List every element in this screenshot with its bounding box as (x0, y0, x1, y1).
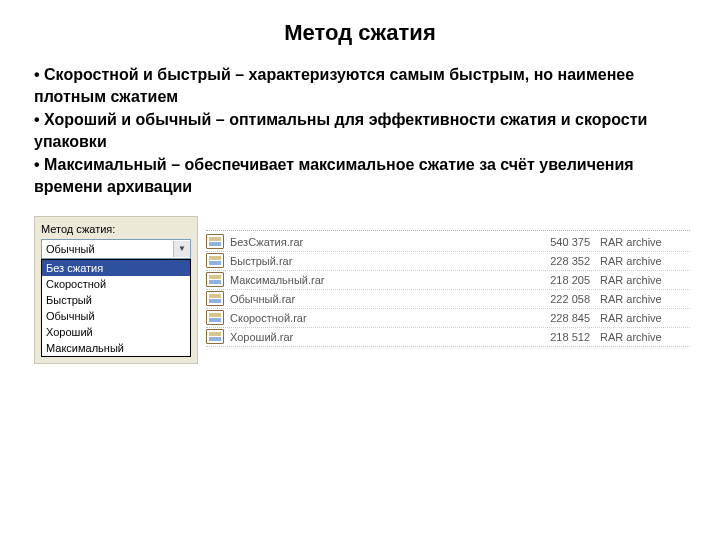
column-header-row (206, 216, 690, 231)
dropdown-option[interactable]: Максимальный (42, 340, 190, 356)
file-size: 218 205 (520, 274, 600, 286)
dropdown-list[interactable]: Без сжатия Скоростной Быстрый Обычный Хо… (41, 259, 191, 357)
file-name: Скоростной.rar (230, 312, 520, 324)
file-size: 228 352 (520, 255, 600, 267)
dropdown-option[interactable]: Хороший (42, 324, 190, 340)
archive-icon (206, 234, 224, 249)
file-size: 540 375 (520, 236, 600, 248)
file-name: Хороший.rar (230, 331, 520, 343)
bullet-item: • Максимальный – обеспечивает максимальн… (34, 154, 686, 197)
archive-icon (206, 253, 224, 268)
archive-icon (206, 291, 224, 306)
file-type: RAR archive (600, 255, 690, 267)
dropdown-label: Метод сжатия: (41, 223, 191, 235)
combobox-value: Обычный (46, 243, 95, 255)
archive-icon (206, 272, 224, 287)
dropdown-option[interactable]: Без сжатия (42, 260, 190, 276)
bullet-list: • Скоростной и быстрый – характеризуются… (30, 64, 690, 198)
bullet-item: • Хороший и обычный – оптимальны для эфф… (34, 109, 686, 152)
page-title: Метод сжатия (30, 20, 690, 46)
file-name: БезСжатия.rar (230, 236, 520, 248)
file-list-panel: БезСжатия.rar 540 375 RAR archive Быстры… (206, 216, 690, 347)
file-type: RAR archive (600, 331, 690, 343)
bullet-item: • Скоростной и быстрый – характеризуются… (34, 64, 686, 107)
screenshots-row: Метод сжатия: Обычный ▼ Без сжатия Скоро… (30, 216, 690, 364)
bullet-text: Скоростной и быстрый – характеризуются с… (34, 66, 634, 105)
file-type: RAR archive (600, 236, 690, 248)
dropdown-option[interactable]: Быстрый (42, 292, 190, 308)
compression-combobox[interactable]: Обычный ▼ (41, 239, 191, 259)
compression-dropdown-panel: Метод сжатия: Обычный ▼ Без сжатия Скоро… (34, 216, 198, 364)
dropdown-option[interactable]: Обычный (42, 308, 190, 324)
table-row[interactable]: Максимальный.rar 218 205 RAR archive (206, 271, 690, 290)
table-row[interactable]: Скоростной.rar 228 845 RAR archive (206, 309, 690, 328)
table-row[interactable]: Обычный.rar 222 058 RAR archive (206, 290, 690, 309)
table-row[interactable]: БезСжатия.rar 540 375 RAR archive (206, 233, 690, 252)
bullet-text: Хороший и обычный – оптимальны для эффек… (34, 111, 647, 150)
file-name: Быстрый.rar (230, 255, 520, 267)
file-name: Максимальный.rar (230, 274, 520, 286)
dropdown-option[interactable]: Скоростной (42, 276, 190, 292)
file-type: RAR archive (600, 274, 690, 286)
file-name: Обычный.rar (230, 293, 520, 305)
table-row[interactable]: Хороший.rar 218 512 RAR archive (206, 328, 690, 347)
file-size: 218 512 (520, 331, 600, 343)
archive-icon (206, 310, 224, 325)
archive-icon (206, 329, 224, 344)
file-type: RAR archive (600, 293, 690, 305)
chevron-down-icon[interactable]: ▼ (173, 241, 190, 257)
bullet-text: Максимальный – обеспечивает максимальное… (34, 156, 634, 195)
table-row[interactable]: Быстрый.rar 228 352 RAR archive (206, 252, 690, 271)
file-size: 228 845 (520, 312, 600, 324)
file-size: 222 058 (520, 293, 600, 305)
file-type: RAR archive (600, 312, 690, 324)
